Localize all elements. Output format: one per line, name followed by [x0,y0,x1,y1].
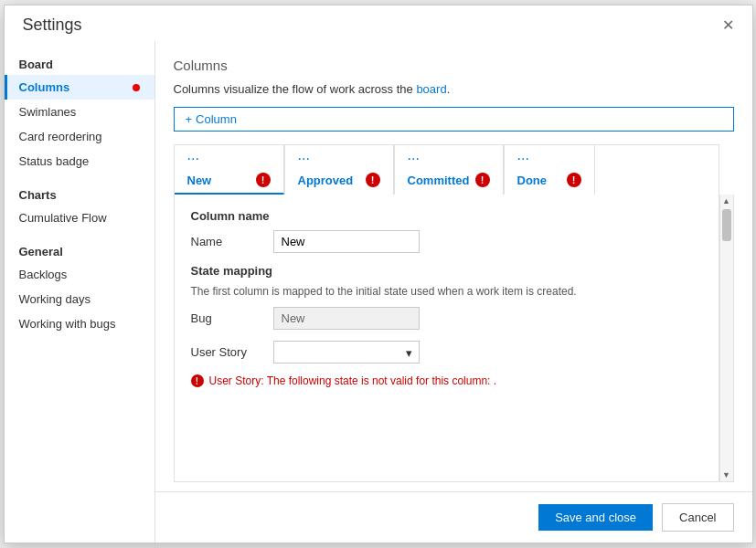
error-icon-done: ! [567,173,581,187]
sidebar-item-label: Cumulative Flow [19,211,107,225]
description-text-1: Columns visualize the flow of work acros… [174,82,417,96]
tab-label-done: Done [517,174,567,187]
user-story-select-wrapper[interactable]: New Active Resolved [273,341,420,364]
tab-label-approved: Approved [298,174,366,187]
column-name-section-title: Column name [191,209,702,223]
dots-menu-icon[interactable]: ··· [517,151,529,167]
sidebar-item-backlogs[interactable]: Backlogs [5,262,154,287]
dialog-footer: Save and close Cancel [155,491,752,543]
bug-label: Bug [191,311,273,325]
sidebar-item-general[interactable]: General [5,236,154,262]
description-text-2: . [447,82,451,96]
dialog-title-bar: Settings ✕ [5,5,752,41]
dialog-body: Board Columns Swimlanes Card reordering … [5,41,752,543]
name-input[interactable] [273,230,420,253]
sidebar-item-board[interactable]: Board [5,50,154,75]
cancel-button[interactable]: Cancel [662,503,733,532]
name-field-row: Name [191,230,702,253]
description: Columns visualize the flow of work acros… [174,82,734,96]
bug-value: New [273,307,420,330]
detail-panel: Column name Name State mapping The first… [174,195,719,482]
tab-new[interactable]: ··· New ! [175,145,284,195]
sidebar-item-card-reordering[interactable]: Card reordering [5,124,154,149]
error-icon-committed: ! [475,173,490,187]
tab-label-new: New [187,174,256,187]
dots-menu-icon[interactable]: ··· [298,151,310,167]
dialog-title: Settings [23,16,82,35]
tab-approved[interactable]: ··· Approved ! [284,145,394,195]
state-mapping-desc: The first column is mapped to the initia… [191,285,702,298]
scroll-down-arrow[interactable]: ▼ [720,469,732,481]
sidebar-item-label: Working days [19,292,91,306]
sidebar-item-label: Columns [19,80,70,94]
error-icon-new: ! [256,173,271,187]
scrollbar[interactable]: ▲ ▼ [719,195,734,482]
add-column-button[interactable]: + Column [174,107,734,132]
sidebar-item-working-with-bugs[interactable]: Working with bugs [5,311,154,336]
content-title: Columns [174,58,734,73]
settings-dialog: Settings ✕ Board Columns Swimlanes Card … [4,5,753,543]
error-icon-small: ! [191,374,204,387]
error-message: ! User Story: The following state is not… [191,374,702,387]
user-story-label: User Story [191,345,273,359]
scroll-thumb[interactable] [722,209,731,241]
columns-panel: ··· New ! ··· [174,144,734,482]
tab-committed[interactable]: ··· Committed ! [394,145,504,195]
sidebar-item-working-days[interactable]: Working days [5,287,154,311]
sidebar-item-swimlanes[interactable]: Swimlanes [5,100,154,124]
error-icon-approved: ! [366,173,380,187]
sidebar-item-label: Working with bugs [19,317,116,331]
sidebar-item-status-badge[interactable]: Status badge [5,149,154,174]
bug-field-row: Bug New [191,307,702,330]
sidebar-item-label: Backlogs [19,268,68,281]
dots-menu-icon[interactable]: ··· [187,151,199,167]
name-label: Name [191,235,273,248]
board-link[interactable]: board [416,82,446,96]
error-dot-icon [133,84,140,91]
sidebar-item-label: Card reordering [19,130,102,143]
sidebar-item-label: Swimlanes [19,105,77,119]
tab-label-committed: Committed [408,174,475,187]
content-area: Columns Columns visualize the flow of wo… [155,41,752,491]
scroll-up-arrow[interactable]: ▲ [720,195,732,207]
add-column-label: Column [196,112,237,126]
save-and-close-button[interactable]: Save and close [538,504,653,531]
user-story-select[interactable]: New Active Resolved [273,341,420,364]
error-text: User Story: The following state is not v… [209,374,497,387]
dots-menu-icon[interactable]: ··· [408,151,420,167]
tab-done[interactable]: ··· Done ! [504,145,595,195]
sidebar-item-label: Status badge [19,154,90,168]
sidebar-item-charts[interactable]: Charts [5,179,154,206]
sidebar-item-columns[interactable]: Columns [5,75,154,100]
plus-icon: + [186,112,193,126]
user-story-field-row: User Story New Active Resolved [191,341,702,364]
sidebar: Board Columns Swimlanes Card reordering … [5,41,155,543]
sidebar-item-cumulative-flow[interactable]: Cumulative Flow [5,206,154,230]
close-button[interactable]: ✕ [717,15,740,36]
state-mapping-title: State mapping [191,264,702,278]
main-content: Columns Columns visualize the flow of wo… [155,41,752,543]
state-mapping-section: State mapping The first column is mapped… [191,264,702,387]
